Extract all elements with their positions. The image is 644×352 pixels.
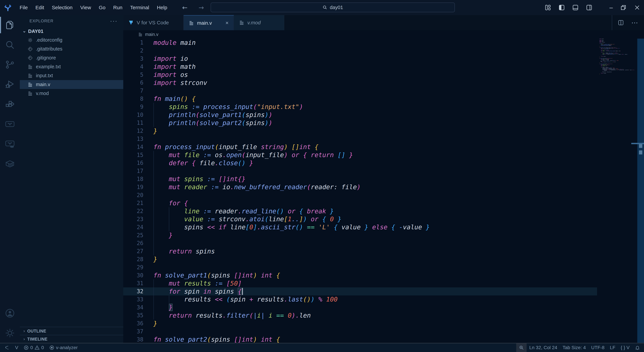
remote-indicator[interactable]	[1, 343, 12, 352]
restore-button[interactable]	[620, 4, 626, 11]
folder-row-day01[interactable]: ⌄ DAY01	[20, 27, 123, 36]
zoom-in-icon	[519, 345, 524, 350]
nav-back-icon[interactable]: ←	[182, 4, 188, 11]
tab-v-mod[interactable]: v.mod	[234, 15, 284, 30]
status-language-v[interactable]: V	[12, 343, 21, 352]
code-line-36[interactable]: 36}	[123, 319, 597, 327]
code-line-33[interactable]: 33 results << (spin + results.last()) % …	[123, 295, 597, 303]
code-line-31[interactable]: 31 mut results := [50]	[123, 279, 597, 287]
menu-terminal[interactable]: Terminal	[126, 5, 153, 11]
menu-run[interactable]: Run	[109, 5, 126, 11]
tab-close-icon[interactable]: ×	[226, 20, 228, 26]
eol-sequence[interactable]: LF	[607, 343, 618, 352]
file-item-.gitignore[interactable]: .gitignore	[20, 53, 123, 62]
code-line-15[interactable]: 15 mut file := os.open(input_file) or { …	[123, 151, 597, 159]
menu-go[interactable]: Go	[95, 5, 109, 11]
code-line-5[interactable]: 5import os	[123, 71, 597, 79]
code-line-19[interactable]: 19 mut reader := io.new_buffered_reader(…	[123, 183, 597, 191]
nav-forward-icon[interactable]: →	[198, 4, 204, 11]
code-line-38[interactable]: 38fn solve_part2(spins []int) int {	[123, 335, 597, 343]
notifications-bell[interactable]	[632, 343, 643, 352]
menu-file[interactable]: File	[16, 5, 32, 11]
code-line-24[interactable]: 24 spins << if line[0].ascii_str() == 'L…	[123, 223, 597, 231]
code-line-29[interactable]: 29	[123, 263, 597, 271]
code-line-3[interactable]: 3import io	[123, 55, 597, 63]
code-line-37[interactable]: 37	[123, 327, 597, 335]
command-center-search[interactable]: day01	[211, 3, 455, 12]
toggle-secondary-sidebar-icon[interactable]	[586, 4, 592, 11]
breadcrumb[interactable]: main.v	[123, 30, 644, 39]
menu-edit[interactable]: Edit	[32, 5, 48, 11]
file-item-example.txt[interactable]: example.txt	[20, 62, 123, 71]
zoom-status[interactable]	[516, 343, 526, 352]
minimize-button[interactable]: –	[610, 4, 613, 11]
code-line-35[interactable]: 35 return results.filter(|i| i == 0).len	[123, 311, 597, 319]
menu-help[interactable]: Help	[153, 5, 171, 11]
code-line-26[interactable]: 26	[123, 239, 597, 247]
customize-layout-icon[interactable]	[545, 4, 551, 11]
code-line-34[interactable]: 34 }	[123, 303, 597, 311]
code-line-12[interactable]: 12}	[123, 127, 597, 135]
minimap[interactable]: module mainimport ioimport mathimport os…	[597, 39, 637, 343]
encoding[interactable]: UTF-8	[588, 343, 607, 352]
code-line-7[interactable]: 7	[123, 87, 597, 95]
close-button[interactable]	[634, 4, 640, 11]
code-line-30[interactable]: 30fn solve_part1(spins []int) int {	[123, 271, 597, 279]
code-line-23[interactable]: 23 value := strconv.atoi(line[1..]) or {…	[123, 215, 597, 223]
extensions-icon[interactable]	[0, 94, 20, 114]
file-item-.editorconfig[interactable]: .editorconfig	[20, 36, 123, 45]
code-line-17[interactable]: 17	[123, 167, 597, 175]
search-nav-icon[interactable]	[0, 35, 20, 55]
scrollbar-slider[interactable]	[637, 39, 644, 343]
account-icon[interactable]	[0, 303, 20, 323]
toggle-panel-icon[interactable]	[572, 4, 578, 11]
code-line-21[interactable]: 21 for {	[123, 199, 597, 207]
split-editor-icon[interactable]	[618, 20, 624, 26]
code-line-18[interactable]: 18 mut spins := []int{}	[123, 175, 597, 183]
menu-selection[interactable]: Selection	[48, 5, 76, 11]
problems-indicator[interactable]: 0 0	[21, 343, 46, 352]
code-line-25[interactable]: 25 }	[123, 231, 597, 239]
code-line-6[interactable]: 6import strconv	[123, 79, 597, 87]
code-line-2[interactable]: 2	[123, 47, 597, 55]
code-line-4[interactable]: 4import math	[123, 63, 597, 71]
code-line-10[interactable]: 10 println(solve_part1(spins))	[123, 111, 597, 119]
run-debug-icon[interactable]	[0, 75, 20, 94]
file-item-input.txt[interactable]: input.txt	[20, 71, 123, 80]
tab-main-v[interactable]: main.v ×	[184, 15, 234, 30]
code-line-11[interactable]: 11 println(solve_part2(spins))	[123, 119, 597, 127]
editor-more-actions-icon[interactable]: ⋯	[631, 22, 638, 24]
code-line-14[interactable]: 14fn process_input(input_file string) []…	[123, 143, 597, 151]
toggle-sidebar-icon[interactable]	[558, 4, 565, 11]
code-line-32[interactable]: 32 for spin in spins {	[123, 287, 597, 295]
code-line-13[interactable]: 13	[123, 135, 597, 143]
menu-view[interactable]: View	[76, 5, 95, 11]
tab-v-for-vscode[interactable]: a V for VS Code	[123, 15, 184, 30]
file-item-.gitattributes[interactable]: .gitattributes	[20, 45, 123, 53]
sidebar-more-actions-icon[interactable]: ···	[110, 19, 118, 23]
code-line-22[interactable]: 22 line := reader.read_line() or { break…	[123, 207, 597, 215]
source-control-icon[interactable]	[0, 55, 20, 75]
cursor-position[interactable]: Ln 32, Col 24	[526, 343, 560, 352]
v-extension-icon[interactable]	[0, 114, 20, 134]
tab-size[interactable]: Tab Size: 4	[560, 343, 589, 352]
code-line-8[interactable]: 8fn main() {	[123, 95, 597, 103]
sidebar-section-outline[interactable]: › OUTLINE	[20, 327, 123, 335]
code-line-27[interactable]: 27 return spins	[123, 247, 597, 255]
code-line-9[interactable]: 9 spins := process_input("input.txt")	[123, 103, 597, 111]
code-line-16[interactable]: 16 defer { file.close() }	[123, 159, 597, 167]
explorer-icon[interactable]	[0, 15, 20, 35]
editor-scrollbar[interactable]	[637, 39, 644, 343]
file-item-main.v[interactable]: main.v	[20, 80, 123, 89]
language-mode[interactable]: { } V	[618, 343, 632, 352]
file-item-v.mod[interactable]: v.mod	[20, 89, 123, 98]
container-icon[interactable]	[0, 154, 20, 174]
sidebar-section-timeline[interactable]: › TIMELINE	[20, 335, 123, 343]
v-cloud-extension-icon[interactable]	[0, 134, 20, 154]
code-line-20[interactable]: 20	[123, 191, 597, 199]
settings-gear-icon[interactable]	[0, 323, 20, 343]
v-analyzer-status[interactable]: v-analyzer	[46, 343, 80, 352]
code-line-28[interactable]: 28}	[123, 255, 597, 263]
code-editor[interactable]: 1module main23import io4import math5impo…	[123, 39, 644, 343]
code-line-1[interactable]: 1module main	[123, 39, 597, 47]
